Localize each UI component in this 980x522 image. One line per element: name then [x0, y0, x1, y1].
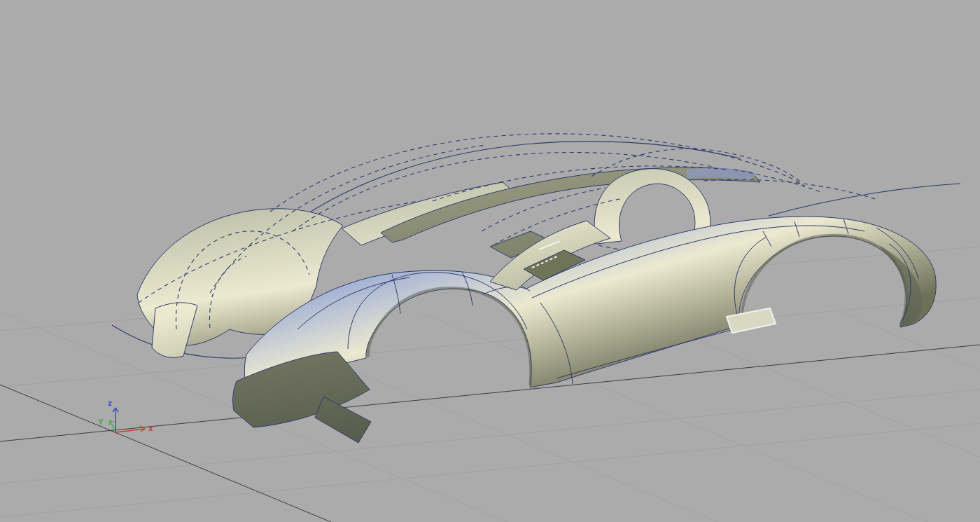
axis-z-label: z — [107, 399, 112, 408]
axis-y-label: Y — [98, 418, 103, 427]
viewport-background — [0, 0, 980, 522]
axis-x-label: x — [148, 424, 153, 433]
viewport-3d[interactable]: x Y z — [0, 0, 980, 522]
viewport-canvas[interactable]: x Y z — [0, 0, 980, 522]
